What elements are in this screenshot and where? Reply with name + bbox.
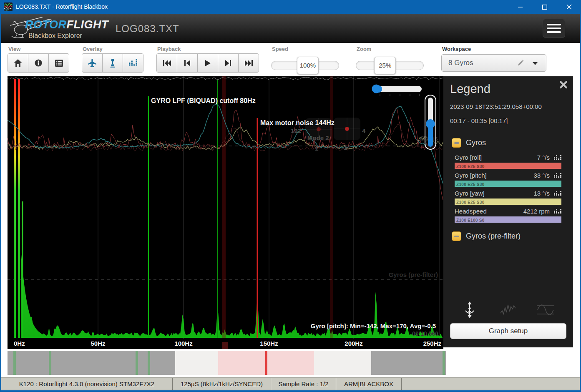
legend-item-tag: Z100 E100 S0: [456, 218, 485, 223]
legend-tools: [443, 302, 573, 318]
workspace-select[interactable]: 8 Gyros: [441, 54, 546, 72]
legend-item: Headspeed 4212 rpm Z100 E100 S0: [443, 206, 573, 224]
legend-item: Gyro [roll] 7 °/s Z100 E25 S30: [443, 152, 573, 170]
legend-item-tag: Z100 E25 S30: [456, 200, 485, 205]
x-axis-tick: 50Hz: [91, 340, 105, 347]
legend-item-value: 4212 rpm: [523, 208, 550, 215]
spectrum-overlay-button[interactable]: [123, 53, 143, 73]
legend-item-tag: Z100 E25 S30: [456, 164, 485, 169]
edit-pencil-icon[interactable]: [517, 59, 524, 67]
x-axis-tick: 100Hz: [174, 340, 192, 347]
plane-icon: [88, 58, 97, 68]
brand-logo: ROTORFLIGHT: [25, 18, 108, 31]
collapse-group-button[interactable]: [452, 231, 461, 241]
skip-to-start-icon: [163, 60, 171, 67]
seek-cursor[interactable]: [265, 351, 267, 375]
jump-start-button[interactable]: [156, 53, 177, 73]
workspace-label: Workspace: [442, 46, 471, 52]
info-icon: [34, 59, 43, 67]
zoom-vertical-tool-icon[interactable]: [462, 302, 477, 318]
legend-item-name[interactable]: Gyro [roll]: [455, 154, 537, 161]
graph-pan-slider[interactable]: [372, 85, 422, 96]
time-cursor-label: 00:10.560: [412, 330, 438, 337]
header-dialog-button[interactable]: [48, 53, 69, 73]
spectrum-icon[interactable]: [554, 208, 561, 214]
sine-tool-icon[interactable]: [536, 302, 555, 318]
sticks-overlay-button[interactable]: [102, 53, 123, 73]
seek-segment-gray: [371, 351, 446, 375]
status-sample-rate: Sample Rate : 1/2: [271, 378, 336, 390]
zoom-label: Zoom: [357, 46, 371, 52]
x-axis-tick: 200Hz: [345, 340, 362, 347]
legend-item-name[interactable]: Headspeed: [455, 208, 523, 215]
spectrum-icon[interactable]: [554, 190, 561, 196]
status-looptime: 125µS (8kHz/1kHz/SYNCED): [173, 378, 271, 390]
seek-segment-light: [314, 351, 371, 375]
log-time-range: 00:17 - 00:35 [00:17]: [450, 117, 508, 124]
legend-items: Gyro [roll] 7 °/s Z100 E25 S30 Gyro [pit…: [443, 152, 573, 224]
seek-event-marker: [49, 351, 51, 375]
graph-setup-button[interactable]: Graph setup: [450, 323, 566, 339]
collapse-group-button[interactable]: [452, 138, 461, 148]
status-bar: K120 : Rotorflight 4.3.0 (norevision) ST…: [1, 377, 580, 390]
legend-item-colorbar[interactable]: Z100 E25 S30: [455, 163, 561, 169]
maximize-button[interactable]: [533, 0, 557, 14]
speed-slider-thumb[interactable]: 100%: [297, 57, 319, 74]
legend-panel: Legend 2023-09-18T23:51:29.058+00:00 00:…: [443, 76, 573, 347]
stick-value-right-max: 4: [362, 127, 366, 134]
step-back-button[interactable]: [177, 53, 198, 73]
list-icon: [55, 59, 63, 67]
legend-item-tag: Z100 E25 S30: [456, 182, 485, 187]
spectrum-icon[interactable]: [554, 172, 561, 178]
minus-icon: [454, 142, 459, 144]
x-axis-tick: 0Hz: [14, 340, 25, 347]
legend-title: Legend: [450, 82, 490, 96]
zoom-slider[interactable]: 25%: [356, 61, 424, 70]
craft-overlay-button[interactable]: [82, 53, 103, 73]
seekbar[interactable]: [8, 351, 446, 375]
stick-value-collective: 192: [291, 127, 301, 134]
graph-canvas[interactable]: Gyros Gyros (pre-filter): [8, 76, 443, 349]
step-forward-button[interactable]: [218, 53, 239, 73]
trace-stats: Gyro [pitch]: Min=-142, Max=170, Avg=-0.…: [311, 322, 436, 329]
skip-to-end-icon: [244, 60, 253, 67]
legend-item-colorbar[interactable]: Z100 E25 S30: [455, 181, 561, 187]
open-file-name: LOG083.TXT: [116, 23, 179, 35]
window-border-left: [0, 14, 1, 392]
graph-zoom-slider-vertical[interactable]: [425, 95, 436, 149]
zoom-slider-thumb[interactable]: 25%: [374, 57, 396, 74]
joystick-icon: [108, 58, 117, 68]
spectrum-icon[interactable]: [554, 154, 561, 161]
legend-item-colorbar[interactable]: Z100 E100 S0: [455, 216, 561, 223]
legend-group2-header: Gyros (pre-filter): [452, 231, 521, 241]
app-icon: RF: [4, 3, 13, 11]
brand-rotor: ROTOR: [25, 18, 67, 31]
playback-label: Playback: [157, 46, 181, 52]
jump-end-button[interactable]: [238, 53, 259, 73]
legend-item-value: 7 °/s: [537, 154, 550, 161]
play-icon: [205, 60, 211, 67]
legend-item-name[interactable]: Gyro [yaw]: [455, 190, 533, 197]
minimize-button[interactable]: [508, 0, 533, 14]
log-info-button[interactable]: [28, 53, 49, 73]
legend-item-colorbar[interactable]: Z100 E25 S30: [455, 199, 561, 205]
close-icon[interactable]: [559, 80, 568, 89]
left-stick-dot: [317, 127, 321, 131]
toolbar: View Overlay: [1, 43, 580, 76]
legend-item-name[interactable]: Gyro [pitch]: [455, 172, 533, 179]
stick-value-right-min: -1: [342, 144, 347, 151]
x-axis-tick: 250Hz: [423, 340, 441, 347]
home-view-button[interactable]: [8, 53, 28, 73]
svg-text:RF: RF: [5, 8, 9, 11]
menu-button[interactable]: [543, 19, 565, 38]
minus-icon: [454, 236, 459, 237]
stick-value-left: 1: [315, 145, 318, 152]
waveform-tool-icon[interactable]: [500, 302, 516, 318]
overlay-label: Overlay: [83, 46, 103, 52]
fft-peak-bar: [22, 201, 23, 338]
speed-slider[interactable]: 100%: [271, 61, 339, 70]
status-empty: [402, 378, 580, 390]
play-button[interactable]: [197, 53, 218, 73]
brand-flight: FLIGHT: [67, 18, 108, 31]
close-button[interactable]: [557, 0, 581, 14]
